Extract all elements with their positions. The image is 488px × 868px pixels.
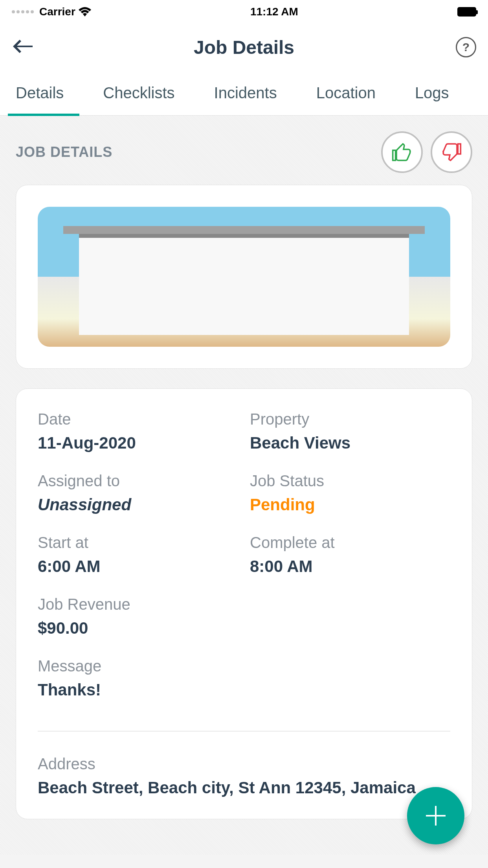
address-label: Address	[38, 755, 450, 773]
divider	[38, 731, 450, 732]
status-time: 11:12 AM	[91, 6, 457, 18]
wifi-icon	[79, 7, 91, 17]
status-left: Carrier	[12, 6, 91, 18]
message-value: Thanks!	[38, 680, 450, 699]
section-title: JOB DETAILS	[16, 144, 112, 160]
assigned-value: Unassigned	[38, 495, 238, 514]
status-bar: Carrier 11:12 AM	[0, 0, 488, 24]
page-title: Job Details	[35, 37, 453, 58]
signal-dots-icon	[12, 10, 34, 13]
property-image-card	[16, 185, 472, 369]
detail-start: Start at 6:00 AM	[38, 534, 238, 576]
battery-icon	[457, 7, 476, 17]
arrow-left-icon	[12, 39, 34, 54]
revenue-label: Job Revenue	[38, 596, 450, 613]
help-button[interactable]: ?	[453, 37, 476, 57]
job-details-card: Date 11-Aug-2020 Property Beach Views As…	[16, 388, 472, 819]
date-value: 11-Aug-2020	[38, 434, 238, 452]
thumbs-up-button[interactable]	[381, 131, 423, 173]
add-button[interactable]	[407, 787, 464, 844]
status-value: Pending	[250, 495, 450, 514]
detail-address: Address Beach Street, Beach city, St Ann…	[38, 755, 450, 797]
thumbs-down-button[interactable]	[431, 131, 472, 173]
detail-status: Job Status Pending	[250, 472, 450, 514]
status-label: Job Status	[250, 472, 450, 490]
detail-property: Property Beach Views	[250, 410, 450, 452]
tab-incidents[interactable]: Incidents	[214, 70, 277, 116]
app-header: Job Details ?	[0, 24, 488, 71]
details-grid: Date 11-Aug-2020 Property Beach Views As…	[38, 410, 450, 797]
thumbs-up-icon	[391, 141, 413, 163]
plus-icon	[422, 802, 449, 829]
tab-location[interactable]: Location	[316, 70, 376, 116]
thumbs-down-icon	[440, 141, 462, 163]
property-image[interactable]	[38, 207, 450, 347]
back-button[interactable]	[12, 39, 35, 56]
complete-label: Complete at	[250, 534, 450, 552]
content-area: JOB DETAILS Date 11-Aug-2020	[0, 116, 488, 855]
detail-date: Date 11-Aug-2020	[38, 410, 238, 452]
section-header: JOB DETAILS	[16, 131, 472, 173]
question-icon: ?	[456, 37, 476, 57]
start-label: Start at	[38, 534, 238, 552]
detail-message: Message Thanks!	[38, 657, 450, 699]
date-label: Date	[38, 410, 238, 428]
revenue-value: $90.00	[38, 619, 450, 638]
tab-details[interactable]: Details	[16, 70, 64, 116]
tab-logs[interactable]: Logs	[415, 70, 449, 116]
message-label: Message	[38, 657, 450, 675]
property-label: Property	[250, 410, 450, 428]
tab-bar: Details Checklists Incidents Location Lo…	[0, 71, 488, 116]
address-value: Beach Street, Beach city, St Ann 12345, …	[38, 778, 450, 797]
detail-complete: Complete at 8:00 AM	[250, 534, 450, 576]
assigned-label: Assigned to	[38, 472, 238, 490]
property-value: Beach Views	[250, 434, 450, 452]
start-value: 6:00 AM	[38, 557, 238, 576]
detail-assigned: Assigned to Unassigned	[38, 472, 238, 514]
complete-value: 8:00 AM	[250, 557, 450, 576]
tab-checklists[interactable]: Checklists	[103, 70, 174, 116]
detail-revenue: Job Revenue $90.00	[38, 596, 450, 638]
thumbs-container	[381, 131, 472, 173]
carrier-label: Carrier	[39, 6, 75, 18]
